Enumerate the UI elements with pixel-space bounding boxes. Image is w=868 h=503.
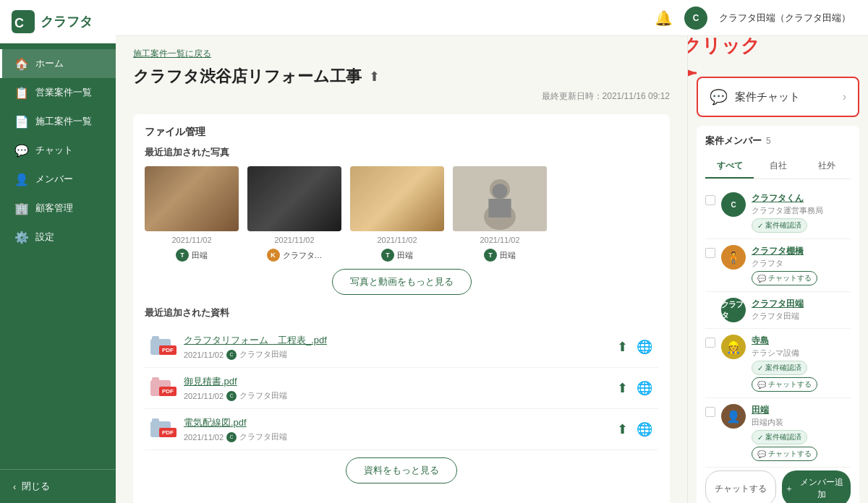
globe-icon[interactable]: 🌐: [637, 339, 652, 355]
globe-icon[interactable]: 🌐: [637, 421, 652, 437]
member-avatar: 👤: [721, 404, 746, 429]
settings-icon: ⚙️: [15, 231, 28, 244]
chat-icon: 💬: [15, 144, 28, 157]
member-name[interactable]: クラフタくん: [752, 192, 851, 205]
member-confirmed-badge[interactable]: ✓ 案件確認済: [752, 430, 807, 444]
member-checkbox[interactable]: [705, 248, 715, 258]
sidebar-item-home[interactable]: 🏠 ホーム: [0, 49, 116, 78]
member-item: C クラフタくん クラフタ運営事務局 ✓ 案件確認済: [705, 186, 851, 239]
member-confirmed-badge[interactable]: ✓ 案件確認済: [752, 218, 807, 233]
notification-bell-icon[interactable]: 🔔: [655, 9, 673, 27]
member-item: 👤 田端 田端内装 ✓ 案件確認済 💬 チャットする: [705, 398, 851, 468]
tab-external[interactable]: 社外: [802, 155, 851, 179]
document-item: PDF クラフタリフォーム 工程表_.pdf 2021/11/02 C クラフタ…: [145, 327, 658, 368]
member-info: 寺島 テラシマ設備 ✓ 案件確認済 💬 チャットする: [752, 335, 851, 392]
member-icon: 👤: [15, 173, 28, 186]
check-icon: ✓: [757, 364, 763, 372]
download-icon[interactable]: ⬆: [617, 339, 628, 355]
chevron-left-icon: ‹: [13, 481, 16, 492]
content-body: 施工案件一覧に戻る クラフタ渋谷店リフォーム工事 ⬆ 最終更新日時：2021/1…: [116, 36, 868, 503]
member-item: クラフタ クラフタ田端 クラフタ田端: [705, 292, 851, 329]
svg-text:C: C: [14, 16, 24, 30]
member-item: 👷 寺島 テラシマ設備 ✓ 案件確認済 💬 チャットする: [705, 329, 851, 398]
customer-icon: 🏢: [15, 202, 28, 215]
tab-own-company[interactable]: 自社: [754, 155, 802, 179]
member-confirmed-badge[interactable]: ✓ 案件確認済: [752, 361, 807, 375]
member-checkbox[interactable]: [705, 338, 715, 348]
pdf-badge: PDF: [159, 428, 176, 437]
member-name[interactable]: 田端: [752, 404, 851, 416]
doc-date: 2021/11/02: [184, 433, 224, 442]
sidebar-item-chat[interactable]: 💬 チャット: [0, 136, 116, 165]
members-tabs: すべて 自社 社外: [705, 155, 851, 179]
chevron-right-icon: ›: [843, 90, 846, 103]
photo-thumbnail[interactable]: [247, 166, 341, 231]
tab-all[interactable]: すべて: [705, 155, 754, 179]
member-avatar: 🧍: [721, 245, 746, 270]
chat-bubble-icon: 💬: [710, 88, 728, 106]
share-icon[interactable]: ⬆: [369, 69, 380, 85]
sidebar-item-member[interactable]: 👤 メンバー: [0, 165, 116, 194]
doc-meta: 2021/11/02 C クラフタ田端: [184, 431, 610, 442]
member-avatar: 👷: [721, 335, 746, 359]
doc-actions: ⬆ 🌐: [617, 380, 652, 396]
doc-date: 2021/11/02: [184, 351, 224, 359]
nav-label-home: ホーム: [35, 57, 64, 70]
nav-label-customer: 顧客管理: [35, 202, 73, 215]
member-chat-button[interactable]: 💬 チャットする: [752, 377, 817, 392]
photo-thumbnail[interactable]: [145, 166, 239, 231]
member-checkbox[interactable]: [705, 407, 715, 417]
home-icon: 🏠: [15, 57, 28, 70]
globe-icon[interactable]: 🌐: [637, 380, 652, 396]
member-chat-button[interactable]: 💬 チャットする: [752, 271, 817, 285]
member-avatar: クラフタ: [721, 298, 746, 322]
download-icon[interactable]: ⬆: [617, 380, 628, 396]
member-name[interactable]: クラフタ棚橋: [752, 245, 851, 257]
svg-point-3: [490, 179, 510, 199]
view-more-photos-button[interactable]: 写真と動画をもっと見る: [332, 269, 472, 295]
photo-thumbnail[interactable]: [350, 166, 444, 231]
footer-add-member-button[interactable]: ＋ メンバー追加: [782, 470, 851, 503]
member-checkbox[interactable]: [705, 195, 715, 205]
right-panel: クリック 💬 案件チャット ›: [687, 36, 868, 503]
doc-actions: ⬆ 🌐: [617, 421, 652, 437]
photo-item: 2021/11/02 T 田端: [453, 166, 547, 262]
close-label: 閉じる: [22, 480, 50, 493]
member-org: クラフタ運営事務局: [752, 205, 851, 216]
member-item: 🧍 クラフタ棚橋 クラフタ 💬 チャットする: [705, 239, 851, 292]
breadcrumb[interactable]: 施工案件一覧に戻る: [133, 48, 670, 60]
footer-chat-button[interactable]: チャットする: [705, 470, 776, 503]
chat-icon: 💬: [757, 275, 766, 283]
doc-name[interactable]: クラフタリフォーム 工程表_.pdf: [184, 334, 610, 347]
member-name[interactable]: クラフタ田端: [752, 298, 851, 310]
doc-file-icon-wrapper: PDF: [150, 380, 176, 396]
sidebar-item-customer[interactable]: 🏢 顧客管理: [0, 194, 116, 223]
members-header: 案件メンバー 5: [705, 134, 851, 147]
doc-name[interactable]: 御見積書.pdf: [184, 375, 610, 388]
member-info: クラフタ棚橋 クラフタ 💬 チャットする: [752, 245, 851, 285]
member-name[interactable]: 寺島: [752, 335, 851, 347]
download-icon[interactable]: ⬆: [617, 421, 628, 437]
doc-name[interactable]: 電気配線図.pdf: [184, 416, 610, 429]
construction-icon: 📄: [15, 115, 28, 128]
sales-icon: 📋: [15, 86, 28, 99]
plus-icon: ＋: [785, 483, 793, 495]
page-title: クラフタ渋谷店リフォーム工事: [133, 66, 362, 87]
sidebar-item-construction[interactable]: 📄 施工案件一覧: [0, 107, 116, 136]
document-item: PDF 御見積書.pdf 2021/11/02 C クラフタ田端 ⬆ 🌐: [145, 368, 658, 409]
member-chat-button[interactable]: 💬 チャットする: [752, 447, 817, 461]
sidebar-close-button[interactable]: ‹ 閉じる: [0, 469, 116, 503]
sidebar-item-sales[interactable]: 📋 営業案件一覧: [0, 78, 116, 107]
doc-uploader: クラフタ田端: [239, 431, 287, 442]
check-icon: ✓: [757, 434, 763, 442]
photo-thumbnail[interactable]: [453, 166, 547, 231]
document-item: PDF 電気配線図.pdf 2021/11/02 C クラフタ田端 ⬆ 🌐: [145, 409, 658, 450]
main-content: 施工案件一覧に戻る クラフタ渋谷店リフォーム工事 ⬆ 最終更新日時：2021/1…: [116, 36, 687, 503]
sidebar-item-settings[interactable]: ⚙️ 設定: [0, 223, 116, 252]
view-more-docs-button[interactable]: 資料をもっと見る: [346, 457, 457, 483]
case-chat-button[interactable]: 💬 案件チャット ›: [697, 77, 859, 117]
photo-item: 2021/11/02 K クラフタ…: [247, 166, 341, 262]
updated-at: 最終更新日時：2021/11/16 09:12: [133, 90, 670, 103]
uploader-avatar: T: [381, 249, 394, 262]
member-avatar: C: [721, 192, 746, 217]
